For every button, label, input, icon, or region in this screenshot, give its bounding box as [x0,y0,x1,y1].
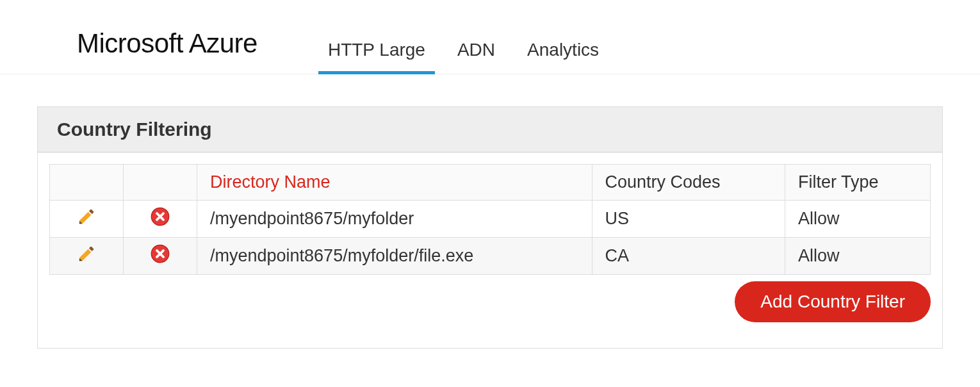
col-delete [124,165,197,201]
cell-directory: /myendpoint8675/myfolder [197,201,592,238]
table-row: /myendpoint8675/myfolder/file.exe CA All… [50,238,931,275]
cell-directory: /myendpoint8675/myfolder/file.exe [197,238,592,275]
col-edit [50,165,124,201]
table-row: /myendpoint8675/myfolder US Allow [50,201,931,238]
cell-country-codes: CA [592,238,785,275]
edit-button[interactable] [54,244,118,268]
header: Microsoft Azure HTTP Large ADN Analytics [0,0,980,74]
pencil-icon [77,244,96,263]
delete-icon [151,244,170,263]
nav-tabs: HTTP Large ADN Analytics [328,13,599,74]
delete-button[interactable] [128,244,192,268]
table-header-row: Directory Name Country Codes Filter Type [50,165,931,201]
azure-logo: Microsoft Azure [77,28,257,59]
country-filtering-panel: Country Filtering Directory Name Country… [37,106,943,349]
delete-button[interactable] [128,207,192,231]
panel-title: Country Filtering [38,107,942,152]
tab-http-large[interactable]: HTTP Large [328,13,425,74]
cell-country-codes: US [592,201,785,238]
col-country-codes: Country Codes [592,165,785,201]
add-country-filter-button[interactable]: Add Country Filter [735,281,931,322]
delete-icon [151,207,170,226]
tab-adn[interactable]: ADN [457,13,495,74]
col-directory-name[interactable]: Directory Name [197,165,592,201]
cell-filter-type: Allow [785,201,930,238]
col-filter-type: Filter Type [785,165,930,201]
tab-analytics[interactable]: Analytics [527,13,599,74]
panel-body: Directory Name Country Codes Filter Type [38,152,942,348]
country-filter-table: Directory Name Country Codes Filter Type [49,164,931,275]
add-row: Add Country Filter [49,281,931,322]
cell-filter-type: Allow [785,238,930,275]
pencil-icon [77,207,96,226]
edit-button[interactable] [54,207,118,231]
